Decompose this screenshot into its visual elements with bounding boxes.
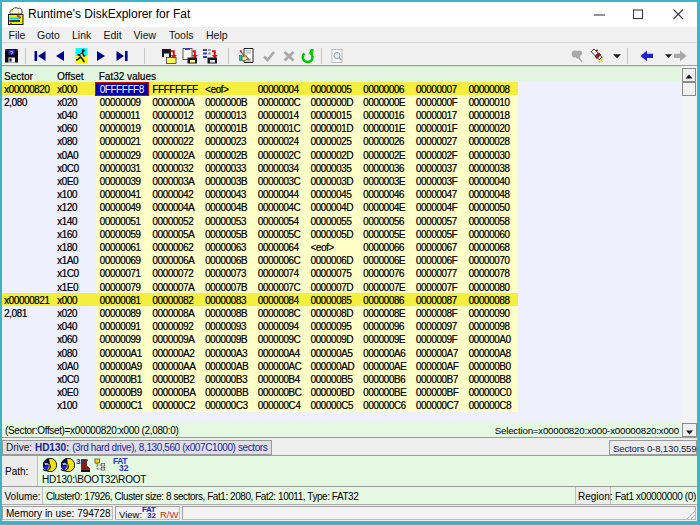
svg-text:32: 32 bbox=[76, 457, 85, 466]
svg-text:?: ? bbox=[10, 50, 13, 56]
